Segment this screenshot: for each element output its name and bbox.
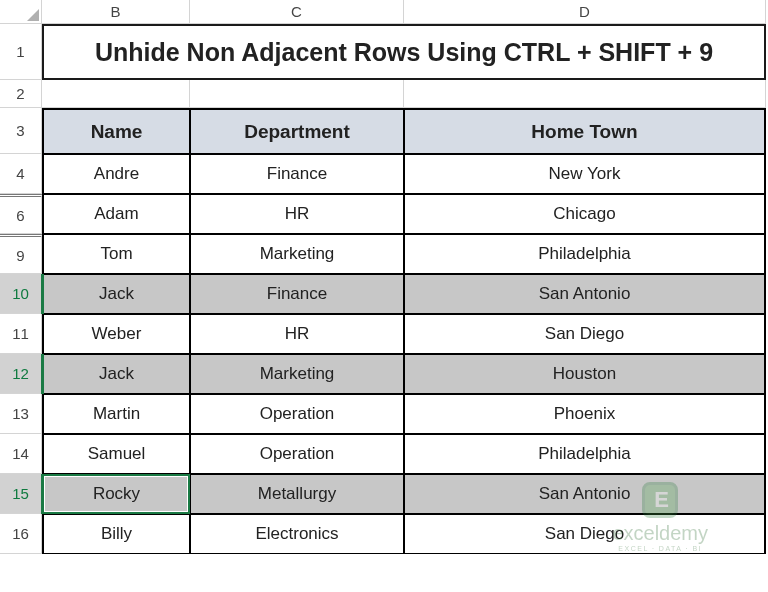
cell-town[interactable]: Phoenix <box>404 394 766 434</box>
row-header-11[interactable]: 11 <box>0 314 42 354</box>
row-header-4[interactable]: 4 <box>0 154 42 194</box>
cell-dept[interactable]: Operation <box>190 434 404 474</box>
cell-name[interactable]: Martin <box>42 394 190 434</box>
cell-name[interactable]: Adam <box>42 194 190 234</box>
empty-cell[interactable] <box>42 80 190 108</box>
cell-name[interactable]: Weber <box>42 314 190 354</box>
cell-dept[interactable]: Metallurgy <box>190 474 404 514</box>
row-header-15[interactable]: 15 <box>0 474 42 514</box>
row-header-13[interactable]: 13 <box>0 394 42 434</box>
empty-cell[interactable] <box>190 80 404 108</box>
cell-name[interactable]: Jack <box>42 354 190 394</box>
cell-town[interactable]: San Antonio <box>404 474 766 514</box>
row-header-10[interactable]: 10 <box>0 274 42 314</box>
title-cell[interactable]: Unhide Non Adjacent Rows Using CTRL + SH… <box>42 24 766 80</box>
cell-name[interactable]: Billy <box>42 514 190 554</box>
cell-town[interactable]: New York <box>404 154 766 194</box>
cell-town[interactable]: Chicago <box>404 194 766 234</box>
row-header-1[interactable]: 1 <box>0 24 42 80</box>
cell-dept[interactable]: Finance <box>190 274 404 314</box>
cell-town[interactable]: Houston <box>404 354 766 394</box>
select-all-corner[interactable] <box>0 0 42 24</box>
cell-dept[interactable]: Operation <box>190 394 404 434</box>
cell-dept[interactable]: HR <box>190 194 404 234</box>
column-header-B[interactable]: B <box>42 0 190 24</box>
cell-town[interactable]: San Diego <box>404 514 766 554</box>
cell-town[interactable]: San Antonio <box>404 274 766 314</box>
cell-name[interactable]: Jack <box>42 274 190 314</box>
row-header-3[interactable]: 3 <box>0 108 42 154</box>
header-hometown[interactable]: Home Town <box>404 108 766 154</box>
header-name[interactable]: Name <box>42 108 190 154</box>
row-header-6[interactable]: 6 <box>0 194 42 234</box>
cell-dept[interactable]: HR <box>190 314 404 354</box>
row-header-2[interactable]: 2 <box>0 80 42 108</box>
cell-town[interactable]: Philadelphia <box>404 234 766 274</box>
cell-dept[interactable]: Finance <box>190 154 404 194</box>
row-header-9[interactable]: 9 <box>0 234 42 274</box>
cell-name[interactable]: Andre <box>42 154 190 194</box>
cell-dept[interactable]: Electronics <box>190 514 404 554</box>
column-header-C[interactable]: C <box>190 0 404 24</box>
row-header-16[interactable]: 16 <box>0 514 42 554</box>
cell-town[interactable]: Philadelphia <box>404 434 766 474</box>
cell-town[interactable]: San Diego <box>404 314 766 354</box>
row-header-12[interactable]: 12 <box>0 354 42 394</box>
cell-name[interactable]: Samuel <box>42 434 190 474</box>
column-header-D[interactable]: D <box>404 0 766 24</box>
cell-name[interactable]: Rocky <box>42 474 190 514</box>
cell-name[interactable]: Tom <box>42 234 190 274</box>
cell-dept[interactable]: Marketing <box>190 354 404 394</box>
empty-cell[interactable] <box>404 80 766 108</box>
spreadsheet-grid: B C D 1 Unhide Non Adjacent Rows Using C… <box>0 0 768 554</box>
cell-dept[interactable]: Marketing <box>190 234 404 274</box>
header-department[interactable]: Department <box>190 108 404 154</box>
row-header-14[interactable]: 14 <box>0 434 42 474</box>
